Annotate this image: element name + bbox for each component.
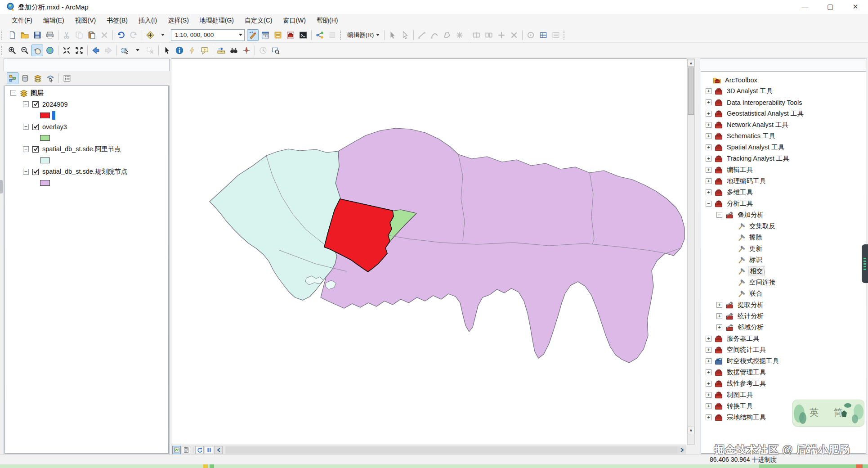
arctoolbox-item-label[interactable]: 空间连接 xyxy=(748,278,777,287)
python-window-icon[interactable] xyxy=(297,29,309,41)
arctoolbox-item-label[interactable]: 制图工具 xyxy=(725,390,754,400)
arctoolbox-item-label[interactable]: 统计分析 xyxy=(736,311,765,321)
refresh-view-button[interactable] xyxy=(195,446,204,454)
arctoolbox-item[interactable]: −叠加分析 xyxy=(701,209,866,220)
fixed-zoom-in-icon[interactable] xyxy=(61,45,72,56)
expand-icon[interactable]: + xyxy=(706,336,711,342)
arctoolbox-item-label[interactable]: 邻域分析 xyxy=(736,323,765,332)
toolbar-grip[interactable] xyxy=(340,31,343,40)
expand-icon[interactable]: + xyxy=(706,88,711,94)
arctoolbox-item-label[interactable]: Tracking Analyst 工具 xyxy=(725,154,791,163)
menu-item-6[interactable]: 地理处理(G) xyxy=(194,15,239,27)
arctoolbox-item[interactable]: ArcToolbox xyxy=(701,74,866,86)
arctoolbox-item[interactable]: +服务器工具 xyxy=(701,333,866,344)
arctoolbox-item[interactable]: +线性参考工具 xyxy=(701,378,866,389)
sketch-properties-icon[interactable] xyxy=(550,29,562,41)
layer-visibility-checkbox[interactable] xyxy=(32,124,39,130)
expand-icon[interactable]: + xyxy=(706,369,711,375)
expand-icon[interactable]: + xyxy=(706,414,711,420)
toc-layer-row[interactable]: −spatial_db_st.sde.阿里节点 xyxy=(5,144,168,155)
select-elements-icon[interactable] xyxy=(161,45,173,56)
modelbuilder-icon[interactable] xyxy=(314,29,326,41)
arctoolbox-item[interactable]: +多维工具 xyxy=(701,187,866,198)
arctoolbox-item-label[interactable]: 数据管理工具 xyxy=(725,368,767,377)
straight-segment-icon[interactable] xyxy=(416,29,428,41)
menu-item-2[interactable]: 视图(V) xyxy=(70,15,102,27)
arctoolbox-item[interactable]: +数据管理工具 xyxy=(701,367,866,378)
arctoolbox-item[interactable]: +Spatial Analyst 工具 xyxy=(701,142,866,153)
layer-symbol-swatch[interactable] xyxy=(40,158,50,163)
arctoolbox-item[interactable]: 更新 xyxy=(701,243,866,254)
delete-icon[interactable] xyxy=(98,29,110,41)
side-capture-handle[interactable] xyxy=(862,244,868,283)
arctoolbox-item-label[interactable]: 空间统计工具 xyxy=(725,345,767,355)
arctoolbox-item[interactable]: +时空模式挖掘工具 xyxy=(701,356,866,367)
menu-item-8[interactable]: 窗口(W) xyxy=(277,15,311,27)
toc-layer-row[interactable]: −spatial_db_st.sde.规划院节点 xyxy=(5,166,168,177)
arctoolbox-item[interactable]: 标识 xyxy=(701,254,866,266)
grip-icon[interactable] xyxy=(327,29,338,41)
list-by-drawing-order-icon[interactable] xyxy=(7,72,18,84)
dropdown-arrow-icon[interactable] xyxy=(132,45,143,56)
region-ali-cyan[interactable] xyxy=(210,149,341,300)
layer-symbol-swatch[interactable] xyxy=(40,180,50,186)
toc-layer-row[interactable]: −2024909 xyxy=(5,99,168,110)
arctoolbox-item[interactable]: +Tracking Analyst 工具 xyxy=(701,153,866,164)
save-icon[interactable] xyxy=(31,29,43,41)
hyperlink-icon[interactable] xyxy=(186,45,198,56)
arctoolbox-item[interactable]: +空间统计工具 xyxy=(701,344,866,356)
scroll-left-icon[interactable] xyxy=(214,446,223,454)
expand-icon[interactable]: + xyxy=(716,324,722,330)
expand-icon[interactable]: + xyxy=(706,178,711,184)
cut-polygon-icon[interactable] xyxy=(508,29,520,41)
arctoolbox-item-label[interactable]: Schematics 工具 xyxy=(725,131,777,141)
cut-icon[interactable] xyxy=(61,29,72,41)
collapse-icon[interactable]: − xyxy=(23,101,29,107)
arctoolbox-item[interactable]: +3D Analyst 工具 xyxy=(701,86,866,97)
zoom-out-icon[interactable] xyxy=(19,45,31,56)
expand-icon[interactable]: + xyxy=(706,347,711,353)
arctoolbox-item[interactable]: +Network Analyst 工具 xyxy=(701,119,866,130)
expand-icon[interactable]: + xyxy=(706,122,711,128)
arctoolbox-item-label[interactable]: 多维工具 xyxy=(725,188,754,197)
arctoolbox-window-icon[interactable] xyxy=(285,29,296,41)
arctoolbox-item-label[interactable]: 联合 xyxy=(748,289,764,298)
catalog-window-icon[interactable] xyxy=(272,29,284,41)
collapse-icon[interactable]: − xyxy=(23,146,29,152)
endpoint-arc-icon[interactable] xyxy=(429,29,440,41)
toolbar-grip[interactable] xyxy=(1,46,4,55)
translator-label[interactable]: 英 简 xyxy=(810,406,849,418)
print-icon[interactable] xyxy=(44,29,56,41)
back-extent-icon[interactable] xyxy=(90,45,102,56)
select-features-icon[interactable] xyxy=(119,45,131,56)
toc-options-icon[interactable] xyxy=(61,72,73,84)
list-by-source-icon[interactable] xyxy=(19,72,31,84)
collapse-icon[interactable]: − xyxy=(706,201,711,207)
map-view[interactable] xyxy=(171,58,687,445)
collapse-icon[interactable]: − xyxy=(23,169,29,175)
full-extent-icon[interactable] xyxy=(44,45,56,56)
arctoolbox-item-label[interactable]: 相交 xyxy=(748,266,765,276)
close-button[interactable]: ✕ xyxy=(843,0,868,14)
html-popup-icon[interactable] xyxy=(199,45,210,56)
vertical-scrollbar[interactable]: ▲ ▼ xyxy=(687,58,695,445)
arctoolbox-item-label[interactable]: 宗地结构工具 xyxy=(725,413,767,422)
arctoolbox-item-label[interactable]: 3D Analyst 工具 xyxy=(725,86,774,96)
arctoolbox-item-label[interactable]: 标识 xyxy=(748,255,764,265)
expand-icon[interactable]: + xyxy=(706,189,711,195)
arctoolbox-item-label[interactable]: 地理编码工具 xyxy=(725,176,767,186)
arctoolbox-item[interactable]: +制图工具 xyxy=(701,389,866,400)
collapse-icon[interactable]: − xyxy=(23,124,29,130)
toolbar-grip[interactable] xyxy=(1,31,4,40)
arctoolbox-item-label[interactable]: Geostatistical Analyst 工具 xyxy=(725,109,805,118)
paste-icon[interactable] xyxy=(86,29,98,41)
measure-icon[interactable] xyxy=(215,45,227,56)
arctoolbox-item-label[interactable]: 更新 xyxy=(748,244,764,253)
scroll-up-icon[interactable]: ▲ xyxy=(688,59,694,67)
horizontal-scrollbar[interactable] xyxy=(225,446,686,454)
reshape-tool-icon[interactable] xyxy=(496,29,507,41)
menu-item-5[interactable]: 选择(S) xyxy=(162,15,194,27)
copy-icon[interactable] xyxy=(73,29,85,41)
toc-symbol-row[interactable] xyxy=(5,110,168,121)
expand-icon[interactable]: + xyxy=(706,167,711,173)
